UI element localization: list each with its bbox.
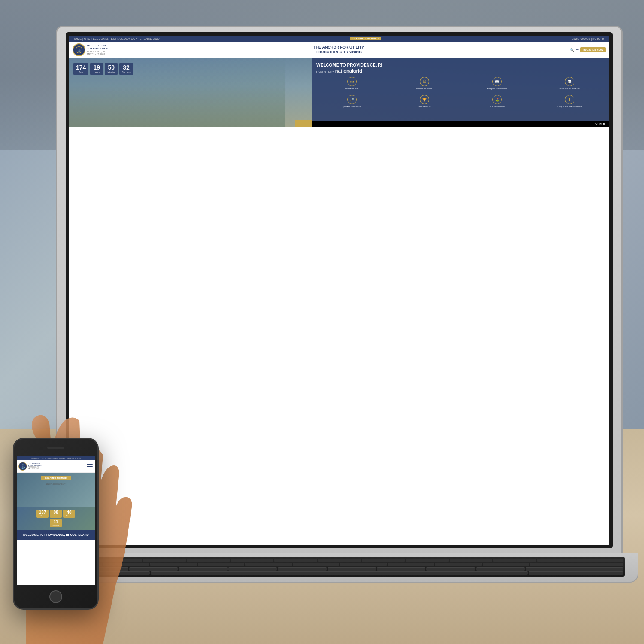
phone-menu-button[interactable] <box>86 464 93 469</box>
venue-arrow: → <box>389 90 460 92</box>
key <box>278 567 326 571</box>
info-things[interactable]: ℹ Thing to Do In Providence → <box>534 95 605 110</box>
key <box>526 567 623 571</box>
laptop-bezel: HOME | UTC TELECOM & TECHNOLOGY CONFEREN… <box>66 32 613 548</box>
site-header: ⚓ UTC TELECOM & TECHNOLOGY PROVIDENCE, R… <box>69 42 609 58</box>
menu-line-3 <box>87 468 93 468</box>
search-icon[interactable]: 🔍 <box>570 48 574 52</box>
key <box>435 563 482 566</box>
top-bar-contact: 202.872.0030 | #UTCTnT <box>572 37 606 40</box>
info-awards[interactable]: 🏆 UTC Awards → <box>389 95 460 110</box>
logo-area: ⚓ UTC TELECOM & TECHNOLOGY PROVIDENCE, R… <box>73 43 108 56</box>
venue-bar-label: VENUE <box>595 122 606 125</box>
key <box>143 559 186 562</box>
key <box>274 559 317 562</box>
top-utility-bar: HOME | UTC TELECOM & TECHNOLOGY CONFEREN… <box>69 36 609 42</box>
phone-countdown-hours: 08 Hours <box>50 510 62 518</box>
logo-line1: UTC TELECOM <box>87 44 108 47</box>
menu-line-1 <box>87 464 93 465</box>
svg-text:⚓: ⚓ <box>78 49 81 52</box>
key <box>450 559 492 562</box>
info-program[interactable]: 📖 Program Information → <box>462 77 532 92</box>
laptop: HOME | UTC TELECOM & TECHNOLOGY CONFEREN… <box>56 26 623 558</box>
things-icon: ℹ <box>565 95 574 104</box>
phone-nav-text: HOME | UTC TELECOM & TECHNOLOGY CONFEREN… <box>31 457 81 459</box>
keyboard <box>54 557 625 577</box>
key <box>150 563 197 566</box>
phone-home-button[interactable] <box>49 590 62 603</box>
register-button[interactable]: REGISTER NOW <box>580 47 606 52</box>
laptop-body: HOME | UTC TELECOM & TECHNOLOGY CONFEREN… <box>56 26 623 558</box>
venue-icon: 🏛 <box>420 77 429 86</box>
phone-header: ⚓ UTC TELECOM & TECHNOLOGY PROVIDENCE, R… <box>17 460 95 473</box>
where-to-stay-arrow: → <box>316 90 387 92</box>
countdown-minutes: 50 Minutes <box>105 63 118 75</box>
key <box>483 563 529 566</box>
info-golf[interactable]: ⛳ Golf Tournament → <box>462 95 532 110</box>
key <box>293 563 340 566</box>
key <box>129 567 178 571</box>
venue-bar-accent <box>295 120 312 127</box>
info-exhibitor[interactable]: 💬 Exhibitor Information → <box>534 77 605 92</box>
phone: HOME | UTC TELECOM & TECHNOLOGY CONFEREN… <box>13 438 99 610</box>
laptop-screen: HOME | UTC TELECOM & TECHNOLOGY CONFEREN… <box>69 36 609 545</box>
key <box>537 559 623 562</box>
phone-body: HOME | UTC TELECOM & TECHNOLOGY CONFEREN… <box>13 438 99 610</box>
phone-speaker-slot <box>47 447 64 449</box>
phone-logo-line4: MAY 19 - 22, 2020 <box>28 468 42 470</box>
info-venue[interactable]: 🏛 Venue Information → <box>389 77 460 92</box>
program-arrow: → <box>462 90 532 92</box>
countdown-seconds: 32 Seconds <box>119 63 133 75</box>
header-tagline: THE ANCHOR FOR UTILITY EDUCATION & TRAIN… <box>111 45 566 55</box>
key <box>318 559 361 562</box>
phone-become-member-btn[interactable]: BECOME A MEMBER <box>41 476 71 480</box>
welcome-panel: WELCOME TO PROVIDENCE, RI HOST UTILITY: … <box>312 58 609 127</box>
key <box>388 563 434 566</box>
phone-hero-content: BECOME A MEMBER 202.872.0030 | #UTC1nT <box>17 473 95 488</box>
phone-logo-icon: ⚓ <box>18 462 27 471</box>
menu-icon[interactable]: ☰ <box>576 48 579 52</box>
top-bar-nav: HOME | UTC TELECOM & TECHNOLOGY CONFEREN… <box>73 37 160 40</box>
countdown-hours: 19 Hours <box>90 63 103 75</box>
phone-seconds-row: 11 Seconds <box>19 519 92 527</box>
become-member-btn[interactable]: BECOME A MEMBER <box>350 37 381 40</box>
logo-icon: ⚓ <box>73 43 85 56</box>
phone-welcome-title: WELCOME TO PROVIDENCE, RHODE ISLAND <box>20 533 91 536</box>
logo-line2: & TECHNOLOGY <box>87 47 108 50</box>
info-grid-row2: 🎤 Speaker Information → 🏆 UTC Awards → <box>316 95 605 110</box>
speaker-icon: 🎤 <box>347 95 357 104</box>
welcome-title: WELCOME TO PROVIDENCE, RI <box>316 63 605 67</box>
exhibitor-icon: 💬 <box>565 77 574 86</box>
venue-bar: VENUE <box>312 121 609 127</box>
key <box>228 567 277 571</box>
menu-line-2 <box>87 466 93 467</box>
key <box>530 563 623 566</box>
key <box>340 563 387 566</box>
key <box>377 567 425 571</box>
phone-anchor-icon: ⚓ <box>20 464 25 469</box>
phone-screen: HOME | UTC TELECOM & TECHNOLOGY CONFEREN… <box>17 456 95 585</box>
key <box>476 567 525 571</box>
info-grid-row1: 🍽 Where to Stay → 🏛 Venue Information → <box>316 77 605 92</box>
key-row-2 <box>55 563 623 566</box>
golf-arrow: → <box>462 108 532 110</box>
tagline-line2: EDUCATION & TRAINING <box>111 50 566 55</box>
info-speaker[interactable]: 🎤 Speaker Information → <box>316 95 387 110</box>
phone-welcome-section: WELCOME TO PROVIDENCE, RHODE ISLAND <box>17 530 95 540</box>
laptop-base <box>40 553 638 583</box>
phone-countdown-main-row: 137 Days 08 Hours 40 Minutes <box>19 510 92 518</box>
phone-logo-area: ⚓ UTC TELECOM & TECHNOLOGY PROVIDENCE, R… <box>18 462 42 471</box>
phone-top-bar: HOME | UTC TELECOM & TECHNOLOGY CONFEREN… <box>17 456 95 460</box>
phone-countdown-minutes: 40 Minutes <box>63 510 75 518</box>
info-where-to-stay[interactable]: 🍽 Where to Stay → <box>316 77 387 92</box>
phone-countdown-days: 137 Days <box>36 510 49 518</box>
where-to-stay-icon: 🍽 <box>347 77 357 86</box>
awards-icon: 🏆 <box>420 95 429 104</box>
things-arrow: → <box>534 108 605 110</box>
program-icon: 📖 <box>492 77 502 86</box>
host-name: nationalgrid <box>335 68 362 73</box>
phone-hero-section: BECOME A MEMBER 202.872.0030 | #UTC1nT <box>17 473 95 507</box>
countdown-bar: 174 Days 19 Hours 50 Minutes <box>73 63 133 75</box>
key-row-1 <box>55 559 623 562</box>
header-right: 🔍 ☰ REGISTER NOW <box>570 47 606 52</box>
